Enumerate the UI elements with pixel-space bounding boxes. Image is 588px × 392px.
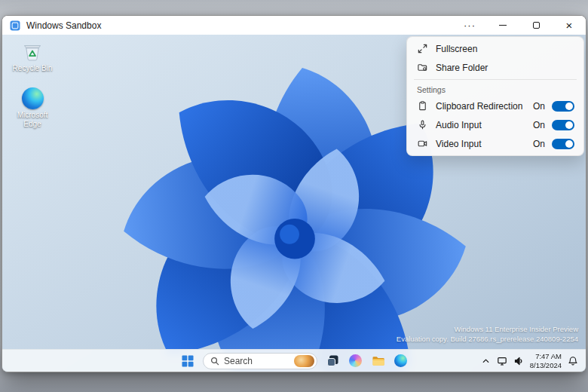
menu-item-audio-input: Audio Input On xyxy=(409,115,581,134)
tray-overflow-chevron[interactable] xyxy=(481,356,491,366)
video-input-toggle[interactable] xyxy=(552,139,574,149)
desktop-icon-microsoft-edge[interactable]: Microsoft Edge xyxy=(8,87,57,128)
menu-item-fullscreen[interactable]: Fullscreen xyxy=(409,39,581,58)
fullscreen-icon xyxy=(416,43,428,55)
setting-label: Audio Input xyxy=(436,120,482,130)
setting-state: On xyxy=(533,139,545,149)
audio-input-toggle[interactable] xyxy=(552,120,574,130)
menu-item-label: Fullscreen xyxy=(436,44,477,54)
minimize-icon xyxy=(499,25,507,26)
search-label: Search xyxy=(224,356,253,366)
more-options-button[interactable]: ··· xyxy=(453,16,486,35)
share-folder-icon xyxy=(416,62,428,74)
eval-watermark: Windows 11 Enterprise Insider Preview Ev… xyxy=(397,325,578,345)
menu-item-label: Share Folder xyxy=(436,63,488,73)
volume-icon[interactable] xyxy=(513,356,524,366)
copilot-icon xyxy=(349,354,362,367)
edge-icon xyxy=(8,87,57,109)
desktop-icon-label: Microsoft Edge xyxy=(8,111,57,128)
window-title: Windows Sandbox xyxy=(26,20,101,31)
sandbox-desktop: Recycle Bin Microsoft Edge Fullscreen xyxy=(2,35,586,372)
desktop-icon-recycle-bin[interactable]: Recycle Bin xyxy=(8,40,57,73)
maximize-button[interactable] xyxy=(519,16,553,35)
microphone-icon xyxy=(416,119,428,131)
taskbar: Search xyxy=(2,349,586,372)
minimize-button[interactable] xyxy=(486,16,519,35)
search-highlight-image[interactable] xyxy=(294,355,314,367)
recycle-bin-icon xyxy=(8,40,57,63)
search-icon xyxy=(210,357,219,366)
setting-label: Clipboard Redirection xyxy=(436,101,522,112)
tray-clock[interactable]: 7:47 AM 8/13/2024 xyxy=(530,352,562,369)
desktop-icon-label: Recycle Bin xyxy=(8,64,57,73)
file-explorer-icon xyxy=(372,354,385,368)
clock-date: 8/13/2024 xyxy=(530,361,562,369)
window-controls: ··· × xyxy=(453,16,586,35)
menu-item-video-input: Video Input On xyxy=(409,134,581,153)
task-view-button[interactable] xyxy=(326,354,340,368)
menu-divider xyxy=(414,79,577,80)
menu-item-clipboard-redirection: Clipboard Redirection On xyxy=(409,96,581,115)
taskbar-center-group: Search xyxy=(180,350,408,372)
notification-bell-icon[interactable] xyxy=(568,356,578,366)
clipboard-redirection-toggle[interactable] xyxy=(552,101,574,112)
taskbar-search-box[interactable]: Search xyxy=(203,353,317,369)
copilot-button[interactable] xyxy=(348,354,363,368)
edge-button[interactable] xyxy=(394,354,408,368)
clipboard-icon xyxy=(416,100,428,112)
camera-icon xyxy=(416,138,428,150)
windows-start-icon xyxy=(182,355,194,367)
watermark-line2: Evaluation copy. Build 27686.rs_prerelea… xyxy=(397,335,578,345)
menu-item-share-folder[interactable]: Share Folder xyxy=(409,58,581,77)
titlebar: Windows Sandbox ··· × xyxy=(2,16,586,35)
setting-label: Video Input xyxy=(436,139,482,149)
windows-sandbox-window: Windows Sandbox ··· × xyxy=(2,15,586,372)
close-button[interactable]: × xyxy=(553,16,586,35)
watermark-line1: Windows 11 Enterprise Insider Preview xyxy=(397,325,578,335)
setting-state: On xyxy=(533,120,545,130)
sandbox-app-icon xyxy=(10,20,20,31)
clock-time: 7:47 AM xyxy=(530,352,562,360)
task-view-icon xyxy=(326,354,339,367)
maximize-icon xyxy=(533,22,540,29)
menu-section-label: Settings xyxy=(409,82,581,96)
network-icon[interactable] xyxy=(497,356,507,366)
file-explorer-button[interactable] xyxy=(371,354,385,368)
start-button[interactable] xyxy=(180,354,194,368)
setting-state: On xyxy=(533,101,545,112)
system-tray: 7:47 AM 8/13/2024 xyxy=(481,350,583,372)
edge-icon xyxy=(394,354,407,367)
sandbox-options-menu: Fullscreen Share Folder Settings xyxy=(406,36,584,156)
